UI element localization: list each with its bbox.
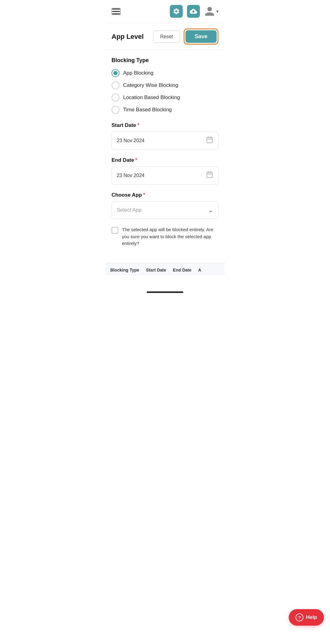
save-button-wrapper: Save [184, 28, 218, 45]
page-title: App Level [112, 33, 144, 41]
bottom-area [105, 276, 225, 288]
svg-rect-4 [207, 172, 212, 178]
table-header-start-date: Start Date [146, 268, 166, 272]
table-header-blocking-type: Blocking Type [110, 268, 139, 272]
menu-button[interactable] [112, 8, 121, 15]
radio-group: App Blocking Category Wise Blocking Loca… [112, 69, 218, 114]
radio-label-category-blocking: Category Wise Blocking [123, 82, 178, 88]
header-right: ▾ [170, 5, 218, 18]
bottom-table: Blocking Type Start Date End Date A [105, 263, 225, 276]
table-header-end-date: End Date [173, 268, 192, 272]
end-date-section: End Date * 23 Nov 2024 [112, 157, 218, 185]
app-header: ▾ [105, 0, 225, 23]
table-headers: Blocking Type Start Date End Date A [110, 268, 220, 272]
save-button[interactable]: Save [185, 30, 217, 43]
title-actions: Reset Save [153, 28, 218, 45]
user-profile-button[interactable]: ▾ [204, 6, 218, 17]
end-date-label: End Date * [112, 157, 218, 163]
radio-circle-location-blocking [112, 94, 119, 102]
home-indicator [147, 291, 183, 293]
main-content: Blocking Type App Blocking Category Wise… [105, 50, 225, 263]
settings-icon [173, 8, 180, 15]
choose-app-label: Choose App * [112, 192, 218, 198]
radio-circle-app-blocking [112, 69, 119, 77]
end-date-input[interactable]: 23 Nov 2024 [112, 166, 218, 185]
app-select-chevron-icon: ⌄ [208, 206, 213, 214]
svg-rect-0 [207, 137, 212, 143]
choose-app-section: Choose App * Select App ⌄ [112, 192, 218, 219]
user-icon [204, 6, 215, 17]
start-date-calendar-icon [206, 136, 213, 145]
end-date-required: * [135, 157, 138, 163]
table-header-app: A [198, 268, 201, 272]
start-date-input[interactable]: 23 Nov 2024 [112, 131, 218, 150]
app-select-dropdown[interactable]: Select App ⌄ [112, 201, 218, 219]
radio-item-time-blocking[interactable]: Time Based Blocking [112, 106, 218, 114]
radio-item-app-blocking[interactable]: App Blocking [112, 69, 218, 77]
end-date-calendar-icon [206, 171, 213, 180]
radio-circle-time-blocking [112, 106, 119, 114]
radio-item-category-blocking[interactable]: Category Wise Blocking [112, 81, 218, 89]
user-chevron-icon: ▾ [216, 9, 218, 14]
start-date-section: Start Date * 23 Nov 2024 [112, 122, 218, 150]
upload-icon [190, 8, 197, 15]
header-left [112, 8, 121, 15]
radio-item-location-blocking[interactable]: Location Based Blocking [112, 94, 218, 102]
radio-label-app-blocking: App Blocking [123, 70, 153, 76]
choose-app-required: * [143, 192, 145, 198]
start-date-label: Start Date * [112, 122, 218, 128]
title-row: App Level Reset Save [105, 23, 225, 50]
start-date-value: 23 Nov 2024 [117, 138, 206, 143]
blocking-type-label: Blocking Type [112, 57, 218, 64]
settings-button[interactable] [170, 5, 183, 18]
start-date-required: * [137, 122, 139, 128]
app-select-placeholder: Select App [117, 207, 208, 213]
blocking-type-section: Blocking Type App Blocking Category Wise… [112, 57, 218, 114]
reset-button[interactable]: Reset [153, 31, 180, 43]
confirmation-row: The selected app will be blocked entirel… [112, 226, 218, 247]
confirmation-checkbox[interactable] [112, 227, 118, 234]
upload-button[interactable] [187, 5, 200, 18]
radio-label-time-blocking: Time Based Blocking [123, 107, 172, 113]
radio-circle-category-blocking [112, 81, 119, 89]
radio-label-location-blocking: Location Based Blocking [123, 94, 180, 101]
end-date-value: 23 Nov 2024 [117, 173, 206, 178]
confirmation-text: The selected app will be blocked entirel… [122, 226, 218, 247]
